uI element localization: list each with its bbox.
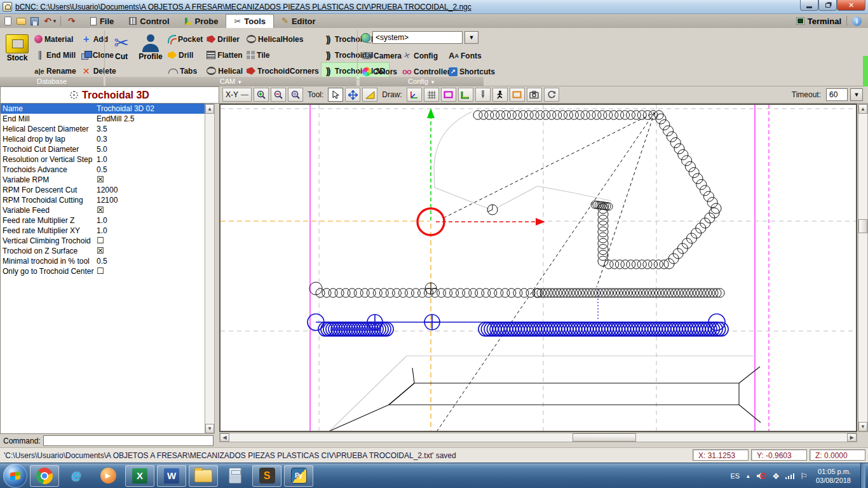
draw-axes-button[interactable] [407, 88, 422, 102]
helicalholes-button[interactable]: HelicalHoles [245, 31, 320, 47]
redo-button[interactable]: ↷ [66, 15, 78, 27]
param-name[interactable]: Vertical Climbing Trochoid [1, 236, 95, 246]
stock-button[interactable]: Stock [3, 32, 32, 62]
system-select[interactable]: <system> [372, 31, 463, 44]
scroll-down-icon[interactable]: ▼ [858, 422, 867, 431]
param-name[interactable]: Trochoids Advance [1, 165, 95, 175]
drill-button[interactable]: Drill [166, 47, 204, 63]
taskbar-app-wmp[interactable] [93, 465, 123, 487]
cut-button[interactable]: Cut [107, 32, 136, 61]
scroll-up-icon[interactable]: ▲ [858, 104, 867, 114]
show-desktop-button[interactable] [860, 463, 865, 488]
param-row[interactable]: Only go to Trochoid Center☐ [1, 266, 205, 276]
draw-grid-button[interactable] [424, 88, 439, 102]
param-row[interactable]: RPM For Descent Cut12000 [1, 185, 205, 195]
tab-editor[interactable]: ✎Editor [274, 14, 323, 28]
hidden-icons-chevron[interactable]: ▲ [745, 473, 750, 479]
save-button[interactable] [29, 15, 40, 27]
param-value[interactable]: 3.5 [95, 124, 205, 134]
undo-dropdown-icon[interactable]: ▼ [52, 18, 57, 24]
param-row[interactable]: Trochoid on Z Surface☒ [1, 246, 205, 256]
param-row[interactable]: Resolution or Vertical Step1.0 [1, 154, 205, 165]
param-row[interactable]: Variable RPM☒ [1, 175, 205, 185]
taskbar-app-explorer[interactable] [189, 465, 218, 487]
select-tool-button[interactable] [328, 88, 343, 102]
gcode-canvas[interactable] [219, 104, 857, 432]
param-name[interactable]: End Mill [1, 114, 95, 124]
new-file-button[interactable] [2, 15, 13, 27]
param-value[interactable]: 1.0 [95, 215, 205, 226]
param-row[interactable]: Helical Descent Diameter3.5 [1, 124, 205, 134]
draw-workarea-button[interactable] [492, 88, 508, 102]
param-row[interactable]: Helical drop by lap0.3 [1, 134, 205, 144]
pan-tool-button[interactable] [345, 88, 360, 102]
param-value[interactable]: Trochoidal 3D 02 [95, 104, 205, 114]
param-value[interactable]: 0.3 [95, 134, 205, 144]
config-button[interactable]: Config [400, 48, 447, 64]
group-label-cam[interactable]: CAM ▼ [105, 77, 356, 86]
param-row[interactable]: End MillEndMill 2.5 [1, 114, 205, 124]
canvas-horizontal-scrollbar[interactable]: ◀ ▶ [219, 433, 857, 442]
param-row[interactable]: NameTrochoidal 3D 02 [1, 104, 205, 114]
scroll-left-icon[interactable]: ◀ [220, 433, 229, 442]
scrollbar-thumb[interactable] [858, 219, 867, 233]
taskbar-app-word[interactable] [157, 465, 186, 487]
dropbox-icon[interactable]: ❖ [772, 471, 780, 481]
draw-ruler-button[interactable] [458, 88, 473, 102]
profile-button[interactable]: Profile [136, 32, 165, 61]
group-label-database[interactable]: Database [0, 77, 104, 86]
param-value[interactable]: 12100 [95, 195, 205, 205]
action-center-flag-icon[interactable]: ⚐ [800, 471, 808, 481]
zoom-out-button[interactable] [271, 88, 286, 102]
info-icon[interactable]: i [852, 17, 862, 26]
tab-terminal[interactable]: Terminal [796, 17, 841, 26]
param-row[interactable]: Trochoids Advance0.5 [1, 165, 205, 175]
volume-muted-icon[interactable] [756, 471, 766, 480]
param-value[interactable]: 5.0 [95, 144, 205, 154]
param-name[interactable]: Helical Descent Diameter [1, 124, 95, 134]
param-name[interactable]: Only go to Trochoid Center [1, 266, 95, 276]
param-value[interactable]: 0.5 [95, 165, 205, 175]
param-row[interactable]: Feed rate Multiplier XY1.0 [1, 226, 205, 236]
taskbar-app-excel[interactable] [125, 465, 154, 487]
param-name[interactable]: RPM For Descent Cut [1, 185, 95, 195]
network-signal-icon[interactable] [785, 473, 795, 479]
taskbar-app-ie[interactable]: e [62, 465, 91, 487]
zoom-in-button[interactable] [254, 88, 269, 102]
panel-scrollbar[interactable]: ▲ ▼ [205, 104, 215, 434]
minimize-button[interactable] [800, 0, 818, 11]
scrollbar-thumb[interactable] [573, 433, 636, 442]
param-checkbox[interactable]: ☐ [95, 236, 205, 246]
scroll-right-icon[interactable]: ▶ [847, 433, 857, 442]
param-name[interactable]: Name [1, 104, 95, 114]
param-value[interactable]: 1.0 [95, 154, 205, 165]
param-name[interactable]: Feed rate Multiplier XY [1, 226, 95, 236]
start-button[interactable] [3, 464, 27, 488]
system-dropdown-icon[interactable]: ▼ [465, 31, 478, 44]
refresh-button[interactable] [544, 88, 559, 102]
zoom-fit-button[interactable] [288, 88, 303, 102]
taskbar-app-chrome[interactable] [30, 465, 59, 487]
camera-button[interactable]: Camera [361, 48, 400, 64]
command-input[interactable] [43, 435, 214, 446]
draw-camera-frame-button[interactable] [510, 88, 525, 102]
fonts-button[interactable]: Fonts [447, 48, 485, 64]
group-label-config[interactable]: Config ▼ [360, 77, 484, 86]
taskbar-app-sublime[interactable] [252, 465, 281, 487]
param-value[interactable]: 1.0 [95, 226, 205, 236]
tab-file[interactable]: File [83, 14, 121, 28]
param-row[interactable]: Trochoid Cut Diameter5.0 [1, 144, 205, 154]
tile-button[interactable]: Tile [245, 47, 320, 63]
tab-probe[interactable]: Probe [177, 14, 226, 28]
param-name[interactable]: Variable Feed [1, 205, 95, 215]
param-row[interactable]: Feed rate Multiplier Z1.0 [1, 215, 205, 226]
tab-tools[interactable]: ✂Tools [226, 14, 274, 28]
taskbar-app-python[interactable]: Py [284, 465, 313, 487]
restore-button[interactable] [818, 0, 837, 11]
param-name[interactable]: Feed rate Multiplier Z [1, 215, 95, 226]
param-checkbox[interactable]: ☒ [95, 205, 205, 215]
driller-button[interactable]: Driller [205, 31, 244, 47]
param-row[interactable]: Minimal trochoid in % tool0.5 [1, 256, 205, 266]
draw-margins-button[interactable] [441, 88, 456, 102]
timeout-input[interactable]: 60 [826, 88, 848, 101]
